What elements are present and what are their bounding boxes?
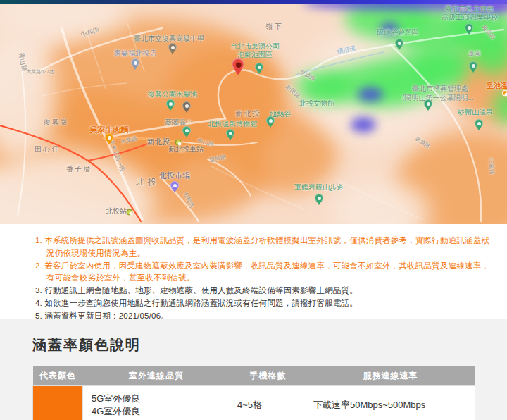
map-label: 行義路 <box>487 158 496 175</box>
map-label: (陽明山第一公墓陽明... <box>402 93 474 103</box>
legend-column-header: 室外連線品質 <box>83 366 230 386</box>
coverage-map[interactable]: 嶺下復興崗田心仔番子厝北投新北投臺北市立復興高級中學家樂福北投店台北市泉源公園泡… <box>0 4 507 224</box>
legend-title: 涵蓋率顏色說明 <box>32 335 507 354</box>
map-label: 北投市場 <box>159 171 190 181</box>
spa-pin[interactable] <box>166 99 175 111</box>
map-label: 新北投 <box>235 109 261 119</box>
map-label: 臺北市殯葬管理處 <box>412 84 468 94</box>
note-item: 3. 行動通訊上網會隨地點、地形、建物遮蔽、使用人數及終端設備等因素影響上網品質… <box>35 285 490 297</box>
legend-header-row: 代表顏色室外連線品質手機格數服務連線速率 <box>33 366 475 386</box>
map-label: 北投溫泉博物館 <box>208 119 257 129</box>
quality-cell: 5G室外優良4G室外優良 <box>83 386 230 420</box>
hiking-pin[interactable] <box>315 194 323 206</box>
map-label: 紗帽山溫泉 <box>458 107 493 117</box>
legend-column-header: 服務連線速率 <box>306 366 475 386</box>
legend-column-header: 代表顏色 <box>33 366 83 386</box>
map-label: 北投站 <box>106 206 127 216</box>
legend-column-header: 手機格數 <box>230 366 306 386</box>
map-label: 復興公園泡腳池 <box>148 89 197 99</box>
legend-section: 涵蓋率顏色說明 代表顏色室外連線品質手機格數服務連線速率 5G室外優良4G室外優… <box>0 319 507 420</box>
school-pin[interactable] <box>182 101 191 113</box>
map-label: 復興崗 <box>44 118 69 128</box>
building-pin[interactable] <box>424 99 432 111</box>
notes-section: 1. 本系統所提供之訊號涵蓋圖與收訊品質，是利用電波涵蓋分析軟體模擬出室外訊號，… <box>0 224 507 323</box>
school-pin[interactable] <box>465 23 473 35</box>
note-item: 2. 若客戶於室內使用，因受建物遮蔽效應及室內裝潢影響，收訊品質及連線速率，可能… <box>35 260 490 285</box>
speed-cell: 下載速率50Mbps~500Mbps <box>306 386 475 420</box>
camera-pin[interactable] <box>395 39 403 51</box>
cart-pin[interactable] <box>131 58 139 70</box>
map-label: 嶺下 <box>265 22 284 32</box>
bars-cell: 4~5格 <box>230 386 306 420</box>
map-label: 臺北市立復興高級中學 <box>134 34 204 44</box>
school-pin[interactable] <box>168 43 177 55</box>
camera-pin[interactable] <box>475 119 483 131</box>
hotspring-dot[interactable] <box>502 90 507 97</box>
map-label: 家樂福北投店 <box>114 49 156 58</box>
legend-row: 5G室外優良4G室外優良4~5格下載速率50Mbps~500Mbps <box>33 386 475 420</box>
metro-icon[interactable] <box>175 140 182 146</box>
grave-pin[interactable] <box>469 61 477 73</box>
color-swatch <box>33 386 83 420</box>
museum-pin[interactable] <box>226 129 234 141</box>
map-label: 大業路527巷 <box>26 68 54 75</box>
note-item: 4. 如欲進一步查詢您使用地點之行動通訊網路涵蓋狀況或有任何問題，請撥打客服電話… <box>35 297 490 310</box>
market-pin[interactable] <box>170 181 179 193</box>
legend-table-body: 5G室外優良4G室外優良4~5格下載速率50Mbps~500Mbps <box>33 386 475 420</box>
map-label: 北投 <box>136 176 160 188</box>
metro-icon[interactable] <box>127 209 133 216</box>
spa-pin[interactable] <box>255 63 263 75</box>
map-label: 墓園 <box>468 49 481 58</box>
coverage-legend-table: 代表顏色室外連線品質手機格數服務連線速率 5G室外優良4G室外優良4~5格下載速… <box>32 366 475 420</box>
map-label: 北投文物館 <box>299 99 334 109</box>
location-marker[interactable] <box>232 58 244 77</box>
map-label: 新北投車站 <box>168 144 204 154</box>
map-label: 新北投 <box>147 137 170 147</box>
map-label: 軍艦岩親山步道 <box>294 183 344 192</box>
map-label: 田心仔 <box>35 144 60 154</box>
camera-pin[interactable] <box>266 116 275 128</box>
restaurant-pin[interactable] <box>105 133 113 145</box>
notes-list: 1. 本系統所提供之訊號涵蓋圖與收訊品質，是利用電波涵蓋分析軟體模擬出室外訊號，… <box>35 235 490 323</box>
map-label: 番子厝 <box>66 164 92 174</box>
note-item: 1. 本系統所提供之訊號涵蓋圖與收訊品質，是利用電波涵蓋分析軟體模擬出室外訊號，… <box>35 235 490 260</box>
map-label: 高級工商職業學校 <box>442 13 498 23</box>
map-label: 硫磺谷遊憩區 <box>377 27 419 37</box>
station-pin[interactable] <box>182 126 191 138</box>
